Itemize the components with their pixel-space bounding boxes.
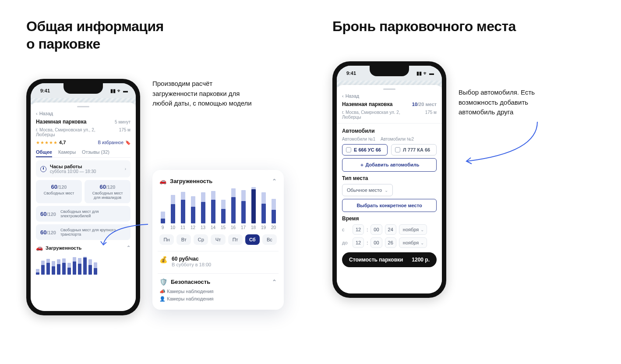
- time-heading: Время: [342, 216, 437, 222]
- add-car-button[interactable]: ＋ Добавить автомобиль: [342, 158, 437, 172]
- security-item: 👤 Камеры наблюдения: [159, 296, 277, 302]
- spot-count: 60/120: [89, 184, 126, 190]
- to-min[interactable]: 00: [370, 237, 382, 248]
- load-bar: [94, 262, 97, 275]
- spot-type-select[interactable]: Обычное место ⌄: [342, 184, 393, 196]
- price-value: 1200 р.: [412, 257, 430, 263]
- car-icon: 🚗: [159, 178, 166, 184]
- load-bar[interactable]: [221, 200, 226, 223]
- day-chip[interactable]: Чт: [211, 234, 225, 245]
- hour-label: 19: [261, 225, 266, 230]
- time-to-row: до 12: 00 26 ноября⌄: [342, 237, 437, 248]
- from-day[interactable]: 24: [385, 224, 396, 235]
- day-chip[interactable]: Ср: [194, 234, 208, 245]
- from-min[interactable]: 00: [370, 224, 382, 235]
- load-bar[interactable]: [191, 196, 195, 223]
- plate-1[interactable]: Е 666 УС 66: [342, 144, 388, 155]
- chevron-right-icon: ›: [125, 166, 126, 171]
- load-bar: [83, 257, 87, 275]
- status-time: 9:41: [40, 88, 50, 93]
- back-button[interactable]: ‹ Назад: [36, 111, 131, 116]
- hour-label: 15: [221, 225, 226, 230]
- annotation-load: Производим расчёт загруженности парковки…: [152, 79, 258, 109]
- plate-2[interactable]: Л 777 КА 66: [391, 144, 437, 155]
- back-button[interactable]: ‹ Назад: [342, 93, 437, 99]
- load-bar[interactable]: [261, 192, 266, 223]
- battery-icon: ▬: [429, 71, 434, 76]
- to-day[interactable]: 26: [385, 237, 396, 248]
- auto-label-1: Автомобили №1: [342, 137, 375, 141]
- spot-label: Свободных мест для электромобилей: [60, 209, 126, 218]
- load-bar[interactable]: [251, 187, 256, 223]
- spot-count: 60/120: [40, 211, 56, 217]
- load-bar: [78, 258, 81, 275]
- heading-booking: Бронь парковочного места: [332, 18, 595, 35]
- hour-label: 12: [191, 225, 195, 230]
- checkbox-icon: [346, 147, 351, 152]
- plate-2-text: Л 777 КА 66: [403, 147, 430, 152]
- plate-1-text: Е 666 УС 66: [354, 147, 381, 152]
- signal-icon: ▮▮: [416, 71, 422, 76]
- day-chip[interactable]: Вт: [176, 234, 191, 245]
- tabs: Общее Камеры Отзывы (32): [36, 148, 131, 158]
- tab-cameras[interactable]: Камеры: [58, 149, 76, 157]
- address: г. Мосва, Смирновская ул., 2, Люберцы: [36, 127, 102, 137]
- sheet-grabber[interactable]: [77, 106, 89, 107]
- hour-label: 18: [251, 225, 256, 230]
- status-time: 9:41: [346, 71, 356, 76]
- to-hour[interactable]: 12: [353, 237, 364, 248]
- load-bar: [62, 258, 66, 275]
- rating: 4,7: [59, 140, 66, 145]
- favorite-button[interactable]: В избранное 🔖: [98, 140, 131, 145]
- to-month[interactable]: ноября⌄: [399, 237, 427, 248]
- from-label: с: [342, 227, 350, 232]
- tab-general[interactable]: Общее: [36, 149, 52, 157]
- load-bar: [73, 257, 76, 275]
- load-bar[interactable]: [241, 190, 246, 223]
- from-month[interactable]: ноября⌄: [399, 224, 427, 235]
- chevron-up-icon: ⌃: [272, 178, 277, 184]
- day-chip[interactable]: Пт: [228, 234, 243, 245]
- phone-mock-info: 9:41 ▮▮ ᯤ ▬ ‹ Назад Наземная парковка: [26, 79, 140, 315]
- day-chip[interactable]: Сб: [245, 234, 260, 245]
- day-chip[interactable]: Вс: [262, 234, 277, 245]
- status-icons: ▮▮ ᯤ ▬: [110, 88, 128, 94]
- security-item: 📣 Камеры наблюдения: [159, 289, 277, 294]
- tab-reviews[interactable]: Отзывы (32): [82, 149, 109, 157]
- shield-icon: 🛡️: [159, 278, 167, 286]
- hour-label: 16: [231, 225, 236, 230]
- load-bar[interactable]: [201, 192, 205, 223]
- load-bar[interactable]: [161, 212, 165, 223]
- sheet-grabber[interactable]: [383, 88, 395, 90]
- auto-label-2: Автомобили №2: [381, 137, 414, 141]
- mini-load-chart: [36, 256, 131, 275]
- arrow-connector: [100, 222, 170, 248]
- clock-icon: [40, 166, 46, 172]
- price-bar[interactable]: Стоимость парковки 1200 р.: [342, 252, 437, 267]
- load-bar: [52, 261, 55, 275]
- load-bar: [36, 269, 39, 275]
- from-hour[interactable]: 12: [353, 224, 364, 235]
- coins-icon: 💰: [159, 256, 167, 264]
- hour-label: 14: [211, 225, 215, 230]
- hour-label: 10: [170, 225, 175, 230]
- spot-card: 60/120Свободных мест для инвалидов: [85, 180, 131, 203]
- load-bar: [67, 263, 71, 275]
- time-from-row: с 12: 00 24 ноября⌄: [342, 224, 437, 235]
- address: г. Мосва, Смирновская ул. 2, Люберцы: [342, 110, 408, 120]
- stars-icon: ★★★★★: [36, 140, 58, 145]
- spot-count: 60/120: [40, 229, 56, 236]
- spot-type-heading: Тип места: [342, 175, 437, 181]
- load-bar[interactable]: [272, 199, 276, 223]
- phone-mock-booking: 9:41 ▮▮ ᯤ ▬ ‹ Назад Наземная парковка: [332, 61, 446, 298]
- load-bar[interactable]: [181, 192, 185, 223]
- load-bar: [57, 259, 60, 275]
- load-bar[interactable]: [211, 191, 215, 223]
- load-bar[interactable]: [171, 195, 175, 223]
- hours-card[interactable]: Часы работы суббота 10:00 — 18:30 ›: [36, 160, 131, 177]
- security-icon: 👤: [159, 296, 166, 301]
- price-label: Стоимость парковки: [349, 257, 403, 263]
- choose-spot-button[interactable]: Выбрать конкретное место: [342, 199, 437, 212]
- load-bar[interactable]: [231, 188, 236, 223]
- security-icon: 📣: [159, 289, 166, 294]
